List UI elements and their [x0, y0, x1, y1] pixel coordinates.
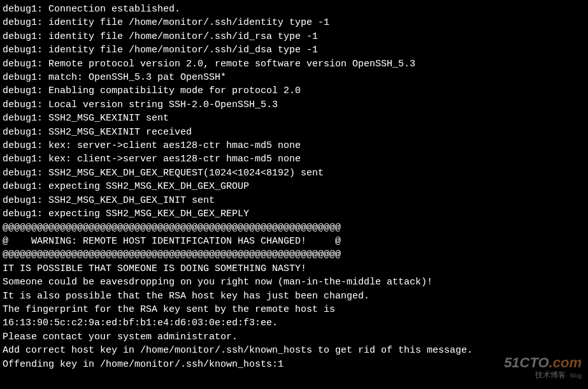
- terminal-line: debug1: expecting SSH2_MSG_KEX_DH_GEX_GR…: [3, 180, 585, 193]
- terminal-line: debug1: match: OpenSSH_5.3 pat OpenSSH*: [3, 71, 585, 84]
- terminal-line: debug1: identity file /home/monitor/.ssh…: [3, 16, 585, 29]
- terminal-line: Add correct host key in /home/monitor/.s…: [3, 344, 585, 357]
- terminal-output[interactable]: debug1: Connection established.debug1: i…: [0, 0, 588, 374]
- terminal-line: The fingerprint for the RSA key sent by …: [3, 303, 585, 316]
- terminal-line: debug1: SSH2_MSG_KEX_DH_GEX_INIT sent: [3, 194, 585, 207]
- terminal-line: 16:13:90:5c:c2:9a:ed:bf:b1:e4:d6:03:0e:e…: [3, 316, 585, 330]
- terminal-line: debug1: SSH2_MSG_KEXINIT received: [3, 126, 585, 139]
- terminal-line: debug1: identity file /home/monitor/.ssh…: [3, 43, 585, 57]
- terminal-line: It is also possible that the RSA host ke…: [3, 290, 585, 303]
- terminal-line: debug1: Enabling compatibility mode for …: [3, 84, 585, 98]
- terminal-line: debug1: identity file /home/monitor/.ssh…: [3, 30, 585, 43]
- terminal-line: debug1: Local version string SSH-2.0-Ope…: [3, 98, 585, 112]
- terminal-line: @ WARNING: REMOTE HOST IDENTIFICATION HA…: [3, 235, 585, 248]
- terminal-line: Offending key in /home/monitor/.ssh/know…: [3, 358, 585, 371]
- terminal-line: @@@@@@@@@@@@@@@@@@@@@@@@@@@@@@@@@@@@@@@@…: [3, 221, 585, 235]
- terminal-line: debug1: expecting SSH2_MSG_KEX_DH_GEX_RE…: [3, 207, 585, 221]
- terminal-line: @@@@@@@@@@@@@@@@@@@@@@@@@@@@@@@@@@@@@@@@…: [3, 248, 585, 261]
- terminal-line: IT IS POSSIBLE THAT SOMEONE IS DOING SOM…: [3, 262, 585, 275]
- terminal-line: debug1: kex: client->server aes128-ctr h…: [3, 152, 585, 166]
- terminal-line: debug1: SSH2_MSG_KEX_DH_GEX_REQUEST(1024…: [3, 166, 585, 180]
- terminal-line: debug1: kex: server->client aes128-ctr h…: [3, 139, 585, 152]
- terminal-line: debug1: SSH2_MSG_KEXINIT sent: [3, 112, 585, 125]
- terminal-line: Someone could be eavesdropping on you ri…: [3, 275, 585, 289]
- terminal-line: Please contact your system administrator…: [3, 330, 585, 344]
- terminal-line: debug1: Connection established.: [3, 3, 585, 16]
- terminal-line: debug1: Remote protocol version 2.0, rem…: [3, 57, 585, 71]
